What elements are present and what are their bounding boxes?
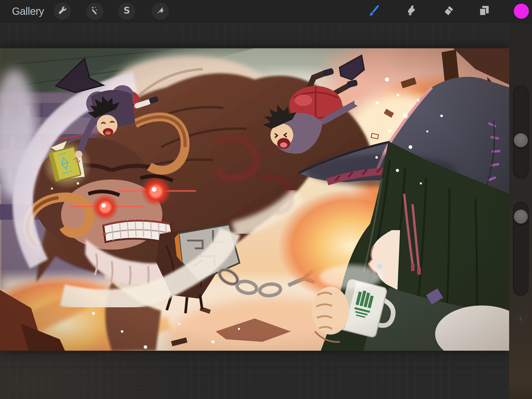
top-toolbar: Gallery S: [0, 0, 532, 23]
layers-icon: [478, 5, 490, 18]
artwork-canvas[interactable]: [0, 48, 509, 351]
selection-s-icon: S: [122, 6, 132, 17]
smudge-finger-icon: [405, 5, 417, 18]
opacity-slider-handle[interactable]: [514, 210, 528, 224]
transform-arrow-icon: [155, 6, 165, 17]
brush-size-slider-handle[interactable]: [514, 133, 528, 147]
transform-button[interactable]: [152, 3, 169, 20]
color-button[interactable]: [513, 3, 530, 20]
paint-tool-button[interactable]: [365, 3, 383, 20]
adjustments-button[interactable]: [86, 3, 103, 20]
layers-button[interactable]: [475, 3, 493, 20]
artwork-illustration: [0, 48, 509, 351]
magic-wand-icon: [90, 6, 100, 17]
paintbrush-icon: [368, 5, 380, 18]
wrench-icon: [57, 6, 67, 17]
brush-size-slider[interactable]: [513, 85, 529, 178]
smudge-tool-button[interactable]: [402, 3, 420, 20]
selection-button[interactable]: S: [118, 3, 135, 20]
erase-tool-button[interactable]: [440, 3, 457, 20]
procreate-window: Gallery S: [0, 0, 532, 399]
sidebar-collapse-button[interactable]: ‹: [513, 311, 529, 326]
svg-text:S: S: [123, 6, 130, 16]
eraser-icon: [443, 5, 455, 18]
gallery-button[interactable]: Gallery: [12, 0, 44, 23]
color-swatch: [514, 4, 529, 19]
actions-button[interactable]: [54, 3, 71, 20]
